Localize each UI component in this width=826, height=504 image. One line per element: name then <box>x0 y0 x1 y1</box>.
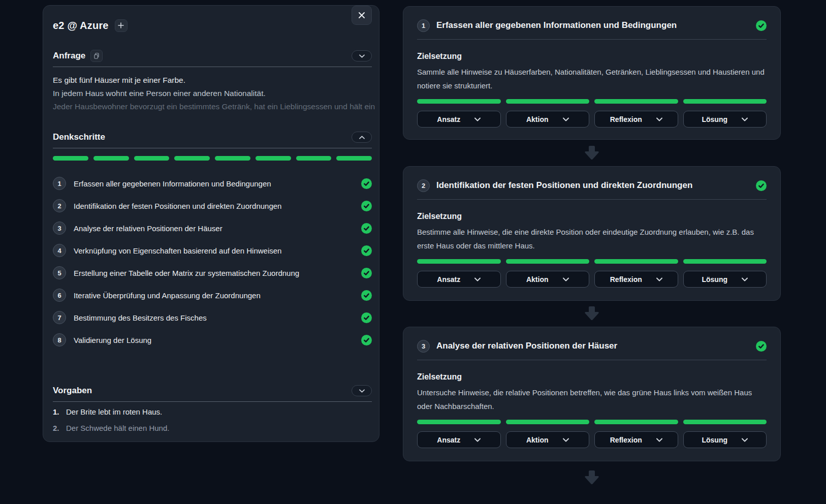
check-icon <box>756 180 767 191</box>
dropdown-reflexion[interactable]: Reflexion <box>594 271 678 288</box>
dropdown-loesung[interactable]: Lösung <box>683 111 767 128</box>
objective-text: Bestimme alle Hinweise, die eine direkte… <box>417 225 767 253</box>
progress-segment <box>296 156 332 161</box>
check-icon <box>756 341 767 352</box>
chevron-up-icon <box>359 136 365 139</box>
objective-heading: Zielsetzung <box>417 52 767 61</box>
section-vorgaben: Vorgaben <box>53 385 372 402</box>
step-label: Validierung der Lösung <box>74 336 151 344</box>
vorgaben-header: Vorgaben <box>53 385 372 397</box>
progress-segment <box>594 259 678 264</box>
card-header: 1 Erfassen aller gegebenen Informationen… <box>417 19 767 32</box>
step-row[interactable]: 1 Erfassen aller gegebenen Informationen… <box>53 177 372 190</box>
constraint-number: 2. <box>53 423 61 433</box>
step-row[interactable]: 6 Iterative Überprüfung und Anpassung de… <box>53 289 372 302</box>
vorgaben-title: Vorgaben <box>53 386 92 396</box>
card-progress-bar <box>417 259 767 264</box>
objective-heading: Zielsetzung <box>417 212 767 221</box>
dropdown-label: Lösung <box>702 436 727 444</box>
anfrage-title: Anfrage <box>53 51 85 61</box>
chevron-down-icon <box>474 438 481 442</box>
card-header: 3 Analyse der relativen Positionen der H… <box>417 339 767 353</box>
dropdown-reflexion[interactable]: Reflexion <box>594 111 678 128</box>
constraint-text: Der Schwede hält einen Hund. <box>66 423 169 433</box>
progress-segment <box>506 99 590 104</box>
dropdown-loesung[interactable]: Lösung <box>683 271 767 288</box>
card-title: Identifikation der festen Positionen und… <box>436 180 692 191</box>
steps-progress-bar <box>53 156 372 161</box>
dropdown-label: Aktion <box>526 275 549 284</box>
chevron-down-icon <box>563 438 569 442</box>
step-row[interactable]: 7 Bestimmung des Besitzers des Fisches <box>53 311 372 324</box>
step-number: 2 <box>53 199 66 212</box>
constraint-item: 3. Der Däne trinkt gerne Tee <box>53 439 372 442</box>
card-number: 1 <box>417 19 430 32</box>
plus-icon <box>118 22 124 28</box>
step-row[interactable]: 8 Validierung der Lösung <box>53 333 372 346</box>
constraint-item: 2. Der Schwede hält einen Hund. <box>53 423 372 433</box>
card-divider <box>417 39 767 40</box>
dropdown-ansatz[interactable]: Ansatz <box>417 111 501 128</box>
close-button[interactable] <box>352 6 372 25</box>
progress-segment <box>336 156 372 161</box>
card-header: 2 Identifikation der festen Positionen u… <box>417 179 767 192</box>
chevron-down-icon <box>742 117 748 121</box>
request-line: Es gibt fünf Häuser mit je einer Farbe. <box>53 74 372 87</box>
check-icon <box>361 201 372 211</box>
arrow-down-icon <box>584 145 600 161</box>
check-icon <box>361 312 372 323</box>
anfrage-collapse-button[interactable] <box>352 50 372 61</box>
step-label: Verknüpfung von Eigenschaften basierend … <box>74 246 281 255</box>
chevron-down-icon <box>474 117 481 121</box>
close-icon <box>358 12 365 19</box>
constraint-text: Der Brite lebt im roten Haus. <box>66 407 162 417</box>
denkschritte-title: Denkschritte <box>53 132 105 142</box>
step-number: 4 <box>53 244 66 257</box>
chevron-down-icon <box>742 438 748 442</box>
add-button[interactable] <box>115 19 128 32</box>
dropdown-ansatz[interactable]: Ansatz <box>417 271 501 288</box>
chevron-down-icon <box>742 277 748 281</box>
progress-segment <box>174 156 210 161</box>
step-row[interactable]: 3 Analyse der relativen Positionen der H… <box>53 222 372 235</box>
chevron-down-icon <box>656 117 662 121</box>
step-label: Analyse der relativen Positionen der Häu… <box>74 224 223 233</box>
progress-segment <box>683 259 767 264</box>
step-number: 6 <box>53 289 66 302</box>
dropdown-aktion[interactable]: Aktion <box>506 271 590 288</box>
step-number: 5 <box>53 266 66 279</box>
left-panel: e2 @ Azure Anfrage Es gibt fünf Häuser m… <box>43 5 379 442</box>
vorgaben-divider <box>53 401 372 402</box>
dropdown-ansatz[interactable]: Ansatz <box>417 431 501 448</box>
dropdown-loesung[interactable]: Lösung <box>683 431 767 448</box>
check-icon <box>361 178 372 189</box>
anfrage-header: Anfrage <box>53 50 372 62</box>
step-row[interactable]: 2 Identifikation der festen Positionen u… <box>53 199 372 212</box>
dropdown-reflexion[interactable]: Reflexion <box>594 431 678 448</box>
progress-segment <box>215 156 250 161</box>
vorgaben-collapse-button[interactable] <box>352 385 372 396</box>
progress-segment <box>506 259 590 264</box>
chevron-down-icon <box>359 389 365 393</box>
objective-heading: Zielsetzung <box>417 372 767 382</box>
dropdown-label: Aktion <box>526 436 549 444</box>
copy-icon <box>93 52 100 59</box>
progress-segment <box>417 99 501 104</box>
denkschritte-collapse-button[interactable] <box>352 132 372 143</box>
check-icon <box>361 223 372 234</box>
progress-segment <box>53 156 88 161</box>
dropdown-label: Lösung <box>702 115 727 123</box>
step-list: 1 Erfassen aller gegebenen Informationen… <box>53 177 372 346</box>
step-card-2: 2 Identifikation der festen Positionen u… <box>403 166 781 301</box>
constraint-list: 1. Der Brite lebt im roten Haus. 2. Der … <box>53 407 372 442</box>
step-row[interactable]: 4 Verknüpfung von Eigenschaften basieren… <box>53 244 372 257</box>
copy-button[interactable] <box>90 50 103 62</box>
step-row[interactable]: 5 Erstellung einer Tabelle oder Matrix z… <box>53 266 372 279</box>
dropdown-aktion[interactable]: Aktion <box>506 431 590 448</box>
card-number: 3 <box>417 340 430 353</box>
progress-segment <box>93 156 129 161</box>
left-panel-inner: e2 @ Azure Anfrage Es gibt fünf Häuser m… <box>53 6 372 442</box>
check-icon <box>361 268 372 278</box>
chevron-down-icon <box>563 277 569 281</box>
dropdown-aktion[interactable]: Aktion <box>506 111 590 128</box>
